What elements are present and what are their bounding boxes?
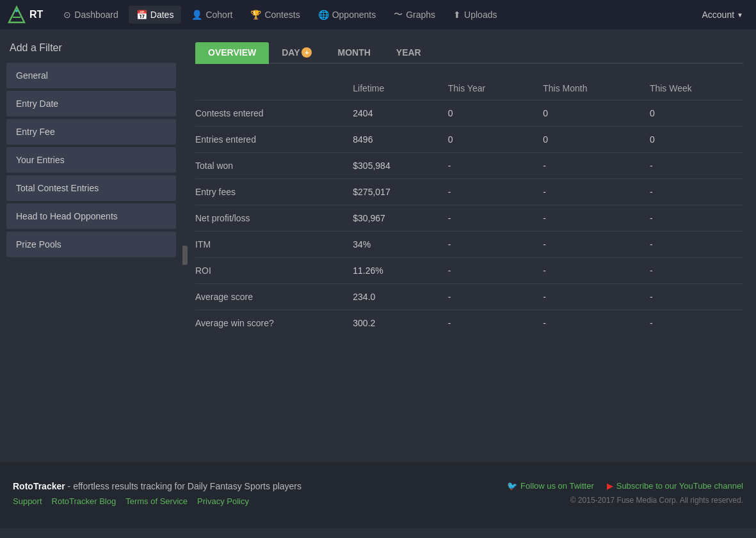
metric-value: - (640, 258, 743, 284)
footer-right: 🐦Follow us on Twitter▶Subscribe to our Y… (507, 481, 743, 505)
metric-label: Total won (195, 153, 343, 179)
logo[interactable]: RT (6, 4, 43, 25)
nav-graphs-label: Graphs (406, 10, 435, 20)
nav-link-opponents[interactable]: 🌐Opponents (310, 6, 384, 24)
filter-item-general[interactable]: General (6, 63, 176, 88)
metric-value: $30,967 (343, 205, 438, 232)
footer-link-privacy[interactable]: Privacy Policy (197, 496, 249, 506)
metric-value: - (533, 153, 640, 179)
youtube-icon: ▶ (607, 481, 613, 491)
metric-label: ITM (195, 232, 343, 258)
filter-item-head-to-head[interactable]: Head to Head Opponents (6, 203, 176, 229)
table-row: Average win score?300.2--- (195, 310, 743, 336)
account-label: Account (702, 10, 735, 20)
footer-link-terms[interactable]: Terms of Service (125, 496, 188, 506)
footer-brand: RotoTracker - effortless results trackin… (13, 481, 302, 491)
table-row: ROI11.26%--- (195, 258, 743, 284)
filter-list: GeneralEntry DateEntry FeeYour EntriesTo… (6, 63, 176, 257)
metric-label: Contests entered (195, 100, 343, 127)
metric-value: - (438, 179, 533, 205)
day-plus-badge: + (302, 47, 312, 58)
metric-label: Entries entered (195, 127, 343, 153)
tab-month[interactable]: MONTH (325, 42, 383, 64)
metric-value: $305,984 (343, 153, 438, 179)
metric-value: - (438, 310, 533, 336)
th-this-year: This Year (438, 77, 533, 100)
th-this-month: This Month (533, 77, 640, 100)
metric-value: - (640, 284, 743, 310)
nav-link-uploads[interactable]: ⬆Uploads (446, 6, 504, 24)
nav-uploads-icon: ⬆ (453, 10, 461, 20)
filter-item-your-entries[interactable]: Your Entries (6, 147, 176, 173)
tabs-bar: OVERVIEWDAY+MONTHYEAR (195, 42, 743, 64)
table-row: Entry fees$275,017--- (195, 179, 743, 205)
metric-value: 0 (640, 127, 743, 153)
footer-link-blog[interactable]: RotoTracker Blog (52, 496, 117, 506)
metric-value: - (438, 258, 533, 284)
navbar: RT ⊙Dashboard📅Dates👤Cohort🏆Contests🌐Oppo… (0, 0, 756, 29)
metric-value: 2404 (343, 100, 438, 127)
nav-dates-icon: 📅 (136, 10, 147, 20)
account-menu[interactable]: Account ▼ (696, 6, 750, 24)
metric-value: - (533, 232, 640, 258)
filter-item-prize-pools[interactable]: Prize Pools (6, 232, 176, 257)
metric-value: 11.26% (343, 258, 438, 284)
filter-item-entry-date[interactable]: Entry Date (6, 91, 176, 116)
nav-link-graphs[interactable]: 〜Graphs (386, 5, 443, 24)
footer-link-support[interactable]: Support (13, 496, 42, 506)
metric-value: - (438, 284, 533, 310)
sidebar: Add a Filter GeneralEntry DateEntry FeeY… (0, 29, 182, 273)
nav-dashboard-label: Dashboard (74, 10, 118, 20)
sidebar-wrapper: Add a Filter GeneralEntry DateEntry FeeY… (0, 29, 182, 461)
nav-cohort-icon: 👤 (191, 10, 202, 20)
footer-social: 🐦Follow us on Twitter▶Subscribe to our Y… (507, 481, 743, 491)
tab-year[interactable]: YEAR (383, 42, 434, 64)
metric-value: 234.0 (343, 284, 438, 310)
table-row: Total won$305,984--- (195, 153, 743, 179)
th-lifetime: Lifetime (343, 77, 438, 100)
twitter-icon: 🐦 (507, 481, 517, 491)
table-row: Average score234.0--- (195, 284, 743, 310)
nav-link-contests[interactable]: 🏆Contests (243, 6, 307, 24)
metric-value: $275,017 (343, 179, 438, 205)
metric-value: - (640, 205, 743, 232)
metric-value: - (533, 205, 640, 232)
footer: RotoTracker - effortless results trackin… (0, 461, 756, 528)
nav-uploads-label: Uploads (464, 10, 497, 20)
metric-value: 0 (438, 127, 533, 153)
account-chevron-icon: ▼ (737, 12, 743, 19)
metric-value: - (533, 310, 640, 336)
nav-link-cohort[interactable]: 👤Cohort (184, 6, 240, 24)
table-row: Contests entered2404000 (195, 100, 743, 127)
sidebar-resize-handle[interactable] (182, 246, 188, 265)
metric-value: - (533, 258, 640, 284)
nav-contests-label: Contests (264, 10, 300, 20)
filter-item-total-contest-entries[interactable]: Total Contest Entries (6, 175, 176, 201)
nav-contests-icon: 🏆 (250, 10, 261, 20)
nav-link-dates[interactable]: 📅Dates (129, 6, 182, 24)
table-row: ITM34%--- (195, 232, 743, 258)
metric-value: - (438, 232, 533, 258)
content-area: OVERVIEWDAY+MONTHYEAR LifetimeThis YearT… (182, 29, 756, 461)
metric-value: - (438, 153, 533, 179)
social-link-twitter[interactable]: 🐦Follow us on Twitter (507, 481, 594, 491)
footer-left: RotoTracker - effortless results trackin… (13, 481, 302, 506)
metric-value: - (438, 205, 533, 232)
social-link-youtube[interactable]: ▶Subscribe to our YouTube channel (607, 481, 743, 491)
metric-value: - (640, 179, 743, 205)
nav-link-dashboard[interactable]: ⊙Dashboard (56, 6, 126, 24)
nav-links: ⊙Dashboard📅Dates👤Cohort🏆Contests🌐Opponen… (56, 5, 695, 24)
metric-label: Entry fees (195, 179, 343, 205)
filter-item-entry-fee[interactable]: Entry Fee (6, 119, 176, 145)
tab-day[interactable]: DAY+ (269, 42, 325, 64)
th-metric (195, 77, 343, 100)
metric-value: - (533, 179, 640, 205)
footer-tagline: - effortless results tracking for Daily … (68, 481, 302, 491)
table-row: Net profit/loss$30,967--- (195, 205, 743, 232)
nav-cohort-label: Cohort (205, 10, 232, 20)
tab-overview[interactable]: OVERVIEW (195, 42, 269, 64)
metric-value: 0 (533, 100, 640, 127)
metric-value: 300.2 (343, 310, 438, 336)
metric-value: - (640, 310, 743, 336)
metric-value: 0 (438, 100, 533, 127)
